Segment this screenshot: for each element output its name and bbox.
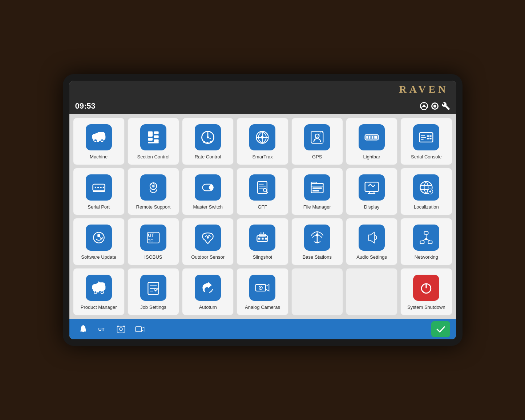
tile-isobus[interactable]: UTTC ISOBUS	[128, 218, 179, 265]
tile-file-manager[interactable]: File Manager	[291, 168, 343, 215]
svg-point-67	[207, 237, 209, 239]
tile-serial-port[interactable]: Serial Port	[73, 168, 125, 215]
svg-rect-41	[93, 191, 105, 192]
networking-icon-bg	[413, 225, 439, 251]
tile-empty-1	[291, 268, 343, 315]
tile-serial-console[interactable]: Serial Console	[400, 118, 452, 165]
tile-rate-control[interactable]: Rate Control	[182, 118, 234, 165]
tile-label-software-update: Software Update	[81, 254, 116, 261]
tile-job-settings[interactable]: Job Settings	[128, 268, 179, 315]
svg-rect-79	[428, 241, 432, 243]
svg-point-101	[119, 328, 122, 331]
svg-point-12	[207, 136, 209, 138]
tile-label-master-switch: Master Switch	[193, 204, 223, 210]
tile-label-lightbar: Lightbar	[363, 154, 380, 160]
tile-system-shutdown[interactable]: System Shutdown	[400, 268, 452, 315]
lightbar-icon-bg	[359, 124, 385, 150]
tile-label-file-manager: File Manager	[303, 204, 331, 210]
svg-rect-14	[207, 142, 209, 143]
svg-text:UT: UT	[148, 233, 154, 238]
tile-master-switch[interactable]: Master Switch	[182, 168, 234, 215]
svg-rect-96	[117, 326, 125, 332]
tile-lightbar[interactable]: Lightbar	[346, 118, 397, 165]
signal-icon	[431, 102, 439, 110]
content-area: Machine Section Control Rate Control	[69, 114, 456, 319]
confirm-button[interactable]	[431, 321, 450, 337]
tile-analog-cameras[interactable]: Analog Cameras	[237, 268, 288, 315]
svg-rect-5	[148, 131, 153, 137]
shutdown-icon-bg	[413, 275, 439, 301]
svg-text:UT: UT	[98, 327, 104, 332]
steering-icon	[420, 102, 428, 110]
svg-rect-7	[154, 135, 159, 138]
tile-label-slingshot: Slingshot	[253, 254, 272, 261]
section-control-icon-bg	[140, 124, 166, 150]
tile-label-machine: Machine	[90, 154, 108, 160]
tile-machine[interactable]: Machine	[73, 118, 125, 165]
audio-settings-icon-bg	[359, 225, 385, 251]
slingshot-icon-bg	[249, 225, 275, 251]
tile-smartrax[interactable]: SmarTrax	[237, 118, 288, 165]
tile-localization[interactable]: Localization	[400, 168, 452, 215]
tile-outdoor-sensor[interactable]: Outdoor Sensor	[182, 218, 234, 265]
machine-icon-bg	[86, 124, 112, 150]
tile-networking[interactable]: Networking	[400, 218, 452, 265]
svg-line-4	[425, 106, 427, 108]
product-manager-icon-bg	[86, 275, 112, 301]
screen: RAVEN 09:53	[69, 81, 456, 339]
clock: 09:53	[75, 101, 96, 111]
svg-rect-34	[427, 138, 429, 139]
tile-label-networking: Networking	[415, 254, 438, 261]
tile-display[interactable]: Display	[346, 168, 397, 215]
tile-product-manager[interactable]: Product Manager	[73, 268, 125, 315]
rate-control-icon-bg	[195, 124, 221, 150]
master-switch-icon-bg	[195, 174, 221, 201]
tile-remote-support[interactable]: Remote Support	[128, 168, 179, 215]
gps-icon-bg	[304, 124, 330, 150]
tile-label-job-settings: Job Settings	[140, 304, 166, 311]
tile-autoturn[interactable]: Autoturn	[182, 268, 234, 315]
svg-rect-78	[420, 241, 424, 243]
tile-label-gps: GPS	[312, 154, 322, 160]
tile-section-control[interactable]: Section Control	[128, 118, 179, 165]
ut-button[interactable]: UT	[94, 321, 110, 337]
autoturn-icon-bg	[195, 275, 221, 301]
svg-rect-53	[312, 190, 319, 191]
bell-button[interactable]	[75, 321, 91, 337]
tile-label-rate-control: Rate Control	[195, 154, 221, 160]
tile-gps[interactable]: GPS	[291, 118, 343, 165]
bottom-bar: UT	[69, 319, 456, 339]
outdoor-sensor-icon-bg	[195, 225, 221, 251]
svg-rect-27	[376, 136, 377, 138]
video-button[interactable]	[132, 321, 148, 337]
svg-point-85	[101, 291, 103, 294]
tile-software-update[interactable]: Software Update	[73, 218, 125, 265]
tile-gff[interactable]: GFF	[237, 168, 288, 215]
screenshot-button[interactable]	[113, 321, 129, 337]
smartrax-icon-bg	[249, 124, 275, 150]
svg-rect-10	[148, 142, 158, 143]
tile-audio-settings[interactable]: Audio Settings	[346, 218, 397, 265]
screenshot-icon	[116, 324, 126, 334]
svg-point-1	[423, 105, 425, 107]
tile-label-isobus: ISOBUS	[144, 254, 162, 261]
svg-rect-77	[424, 231, 428, 234]
tile-label-section-control: Section Control	[137, 154, 169, 160]
svg-rect-33	[430, 135, 432, 137]
svg-line-3	[421, 106, 423, 108]
brand-logo: RAVEN	[399, 84, 449, 95]
tile-base-stations[interactable]: Base Stations	[291, 218, 343, 265]
svg-rect-25	[372, 136, 373, 138]
tile-label-product-manager: Product Manager	[81, 304, 117, 311]
svg-point-17	[261, 136, 264, 138]
svg-point-38	[97, 186, 99, 188]
tile-empty-2	[346, 268, 397, 315]
svg-rect-13	[203, 141, 205, 143]
svg-point-43	[152, 185, 154, 187]
svg-text:TC: TC	[148, 238, 153, 243]
tile-slingshot[interactable]: Slingshot	[237, 218, 288, 265]
tile-label-autoturn: Autoturn	[199, 304, 217, 311]
svg-rect-74	[265, 238, 267, 240]
localization-icon-bg	[413, 174, 439, 201]
svg-point-76	[316, 234, 318, 236]
